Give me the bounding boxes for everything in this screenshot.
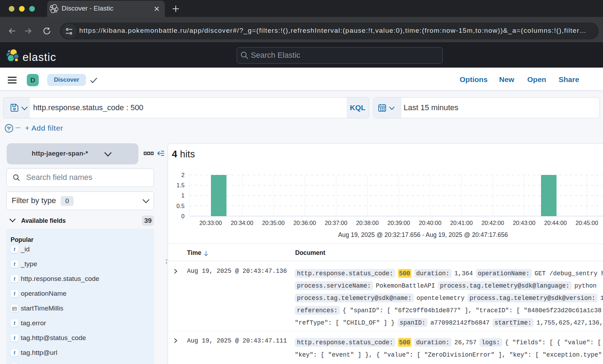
svg-text:20:35:00: 20:35:00 xyxy=(262,220,285,226)
svg-text:20:43:00: 20:43:00 xyxy=(513,220,535,226)
svg-text:20:45:00: 20:45:00 xyxy=(576,220,598,226)
svg-text:20:40:00: 20:40:00 xyxy=(419,220,441,226)
svg-text:20:42:00: 20:42:00 xyxy=(481,220,504,226)
svg-text:20:38:00: 20:38:00 xyxy=(356,220,379,226)
svg-text:Aug 19, 2025 @ 20:32:17.656 -: Aug 19, 2025 @ 20:32:17.656 - Aug 19, 20… xyxy=(338,231,508,238)
svg-text:20:34:00: 20:34:00 xyxy=(231,220,253,226)
svg-text:20:41:00: 20:41:00 xyxy=(450,220,473,226)
svg-text:0: 0 xyxy=(181,213,185,219)
svg-text:20:44:00: 20:44:00 xyxy=(544,220,567,226)
svg-text:20:36:00: 20:36:00 xyxy=(293,220,316,226)
svg-text:20:33:00: 20:33:00 xyxy=(199,220,222,226)
svg-text:20:37:00: 20:37:00 xyxy=(325,220,347,226)
svg-text:2: 2 xyxy=(181,172,185,178)
svg-text:0.5: 0.5 xyxy=(176,203,185,209)
svg-text:1.5: 1.5 xyxy=(176,182,185,188)
svg-text:1: 1 xyxy=(181,192,185,199)
svg-text:20:39:00: 20:39:00 xyxy=(387,220,410,226)
